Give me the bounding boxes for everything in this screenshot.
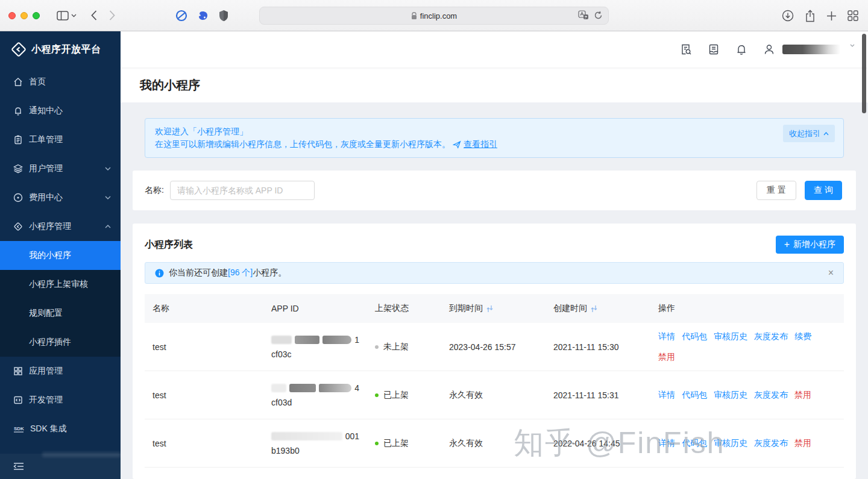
banner-line2: 在这里可以新增或编辑小程序信息，上传代码包，灰度或全量更新小程序版本。 [155, 138, 450, 151]
chevron-up-icon [105, 225, 111, 228]
action-disable[interactable]: 禁用 [794, 438, 811, 449]
view-guide-link[interactable]: 查看指引 [464, 138, 497, 151]
status-badge: 已上架 [367, 390, 441, 401]
close-window-button[interactable] [8, 12, 16, 19]
miniapp-submenu: 我的小程序 小程序上架审核 规则配置 小程序插件 [0, 241, 121, 357]
code-icon [13, 395, 23, 405]
chevron-down-icon[interactable] [71, 14, 77, 17]
collapse-menu-icon [13, 462, 24, 471]
sidebar-item-miniapp-management[interactable]: 小程序管理 [0, 212, 121, 241]
sidebar-toggle-icon[interactable] [57, 11, 69, 20]
row-actions: 详情 代码包 审核历史 灰度发布 禁用 [650, 438, 844, 449]
add-miniapp-button[interactable]: + 新增小程序 [776, 236, 844, 254]
sidebar-item-dev[interactable]: 开发管理 [0, 386, 121, 415]
evernote-extension-icon[interactable] [197, 10, 209, 22]
app-id-suffix: cf03d [271, 398, 359, 407]
col-created: 创建时间 [553, 303, 587, 314]
url-text: finclip.com [420, 11, 457, 20]
minimize-window-button[interactable] [20, 12, 28, 19]
plus-icon: + [784, 239, 790, 250]
account-name-redacted[interactable] [782, 45, 840, 54]
sort-icon[interactable] [591, 305, 597, 313]
tab-overview-icon[interactable] [848, 10, 858, 21]
new-tab-icon[interactable] [826, 11, 837, 21]
sidebar-item-home[interactable]: 首页 [0, 67, 121, 96]
sidebar-item-apps[interactable]: 应用管理 [0, 357, 121, 386]
action-codepkg[interactable]: 代码包 [682, 331, 707, 342]
doc-feedback-icon[interactable] [708, 43, 720, 55]
expire-time: 2023-04-26 15:57 [441, 342, 546, 352]
action-gray-release[interactable]: 灰度发布 [754, 390, 788, 401]
status-dot [375, 442, 379, 445]
app-id-suffix: cf03c [271, 349, 359, 359]
action-detail[interactable]: 详情 [658, 331, 675, 342]
sdk-icon: SDK [13, 424, 24, 434]
action-gray-release[interactable]: 灰度发布 [754, 331, 788, 342]
collapse-guide-button[interactable]: 收起指引 [783, 125, 835, 142]
content-blocker-extension-icon[interactable] [175, 10, 187, 22]
query-button[interactable]: 查 询 [805, 181, 842, 200]
action-review-history[interactable]: 审核历史 [714, 438, 747, 449]
reset-button[interactable]: 重 置 [756, 181, 796, 200]
status-badge: 未上架 [367, 342, 441, 352]
action-disable[interactable]: 禁用 [658, 352, 675, 363]
zoom-window-button[interactable] [33, 12, 40, 19]
action-review-history[interactable]: 审核历史 [714, 331, 747, 342]
created-time: 2022-04-26 14:45 [546, 439, 650, 448]
action-gray-release[interactable]: 灰度发布 [754, 438, 788, 449]
name-field-label: 名称: [145, 185, 164, 196]
app-name: test [145, 342, 263, 352]
sidebar-item-plugins[interactable]: 小程序插件 [0, 328, 121, 357]
reload-icon[interactable] [594, 11, 603, 20]
bell-icon [13, 106, 23, 116]
account-person-icon[interactable] [763, 43, 775, 55]
sidebar-item-rules[interactable]: 规则配置 [0, 299, 121, 328]
sidebar-item-sdk[interactable]: SDK SDK 集成 [0, 415, 121, 443]
sidebar-collapse-button[interactable] [0, 454, 121, 479]
action-codepkg[interactable]: 代码包 [682, 390, 707, 401]
miniapp-list-card: 小程序列表 + 新增小程序 你当前还可创建[96 个]小程序。 × [133, 224, 856, 479]
col-appid: APP ID [263, 304, 367, 313]
redacted-app-id: 001 [271, 431, 359, 441]
translate-icon[interactable] [578, 10, 589, 20]
action-review-history[interactable]: 审核历史 [714, 390, 747, 401]
notifications-bell-icon[interactable] [735, 43, 747, 55]
sidebar-item-users[interactable]: 用户管理 [0, 154, 121, 183]
sidebar-item-billing[interactable]: 费用中心 [0, 183, 121, 212]
close-icon[interactable]: × [828, 268, 834, 278]
table-row: test 001 b193b0 已上架 [145, 419, 844, 468]
action-renew[interactable]: 续费 [794, 331, 811, 342]
action-disable[interactable]: 禁用 [794, 390, 811, 401]
action-codepkg[interactable]: 代码包 [682, 438, 707, 449]
action-detail[interactable]: 详情 [658, 390, 675, 401]
status-dot [375, 345, 379, 349]
app-name: test [145, 439, 263, 448]
sort-icon[interactable] [486, 305, 493, 313]
forward-button[interactable] [109, 10, 115, 20]
col-actions: 操作 [650, 303, 844, 314]
app-logo[interactable]: 小程序开放平台 [0, 31, 121, 67]
sidebar-item-review[interactable]: 小程序上架审核 [0, 270, 121, 299]
share-icon[interactable] [805, 10, 816, 22]
shield-extension-icon[interactable] [219, 10, 228, 22]
app-header [121, 31, 868, 67]
sidebar-item-notifications[interactable]: 通知中心 [0, 96, 121, 125]
scrollbar-thumb[interactable] [862, 34, 866, 113]
sidebar-item-tickets[interactable]: 工单管理 [0, 125, 121, 154]
doc-search-icon[interactable] [680, 43, 692, 55]
expire-time: 永久有效 [441, 438, 546, 449]
action-detail[interactable]: 详情 [658, 438, 675, 449]
created-time: 2021-11-11 15:30 [546, 342, 650, 352]
sidebar-item-my-miniapps[interactable]: 我的小程序 [0, 241, 121, 270]
row-actions: 详情 代码包 审核历史 灰度发布 禁用 [650, 390, 844, 401]
table-row: test 4 cf03d [145, 371, 844, 419]
paper-plane-icon [453, 140, 461, 149]
address-bar[interactable]: finclip.com [259, 7, 609, 25]
apps-grid-icon [13, 366, 23, 376]
miniapp-search-input[interactable] [170, 181, 315, 200]
back-button[interactable] [91, 10, 97, 20]
svg-text:SDK: SDK [14, 426, 24, 431]
layers-icon [13, 164, 23, 174]
downloads-icon[interactable] [782, 10, 794, 22]
table-row: test 1 cf03c [145, 323, 844, 371]
